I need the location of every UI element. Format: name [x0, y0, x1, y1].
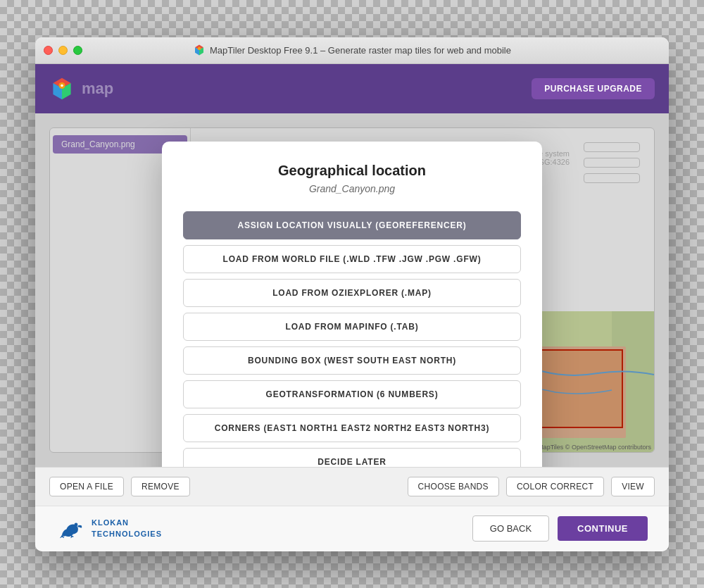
main-area: Grand_Canyon.png Coordinate system EPSG:…	[35, 113, 669, 467]
klokan-icon	[56, 518, 84, 539]
choose-bands-button[interactable]: CHOOSE BANDS	[408, 477, 499, 496]
klokan-logo: KLOKAN TECHNOLOGIES	[56, 518, 162, 539]
title-bar-text: MapTiler Desktop Free 9.1 – Generate ras…	[193, 44, 511, 56]
modal-title: Geographical location	[183, 163, 521, 179]
logo-text: map	[82, 80, 113, 98]
option-decide-later[interactable]: DECIDE LATER	[183, 448, 521, 467]
option-geotransformation[interactable]: GEOTRANSFORMATION (6 NUMBERS)	[183, 380, 521, 408]
minimize-button[interactable]	[58, 46, 68, 55]
klokan-line2: TECHNOLOGIES	[92, 529, 162, 539]
svg-point-1	[198, 47, 201, 51]
modal-overlay: Geographical location Grand_Canyon.png A…	[35, 113, 669, 467]
continue-button[interactable]: CONTINUE	[558, 516, 648, 541]
klokan-text-block: KLOKAN TECHNOLOGIES	[92, 518, 162, 539]
svg-point-4	[61, 84, 63, 87]
option-georeferencer[interactable]: ASSIGN LOCATION VISUALLY (GEOREFERENCER)	[183, 211, 521, 239]
title-text: MapTiler Desktop Free 9.1 – Generate ras…	[210, 45, 511, 56]
modal-options-list: ASSIGN LOCATION VISUALLY (GEOREFERENCER)…	[183, 211, 521, 467]
option-boundingbox[interactable]: BOUNDING BOX (WEST SOUTH EAST NORTH)	[183, 346, 521, 375]
purchase-upgrade-button[interactable]: PURCHASE UPGRADE	[532, 78, 655, 99]
go-back-button[interactable]: GO BACK	[472, 515, 549, 542]
traffic-lights	[44, 46, 82, 55]
color-correct-button[interactable]: COLOR CORRECT	[506, 477, 604, 496]
svg-point-9	[75, 523, 78, 526]
title-bar: MapTiler Desktop Free 9.1 – Generate ras…	[35, 37, 669, 64]
modal-subtitle: Grand_Canyon.png	[183, 183, 521, 194]
option-mapinfo[interactable]: LOAD FROM MAPINFO (.TAB)	[183, 313, 521, 341]
option-corners[interactable]: CORNERS (EAST1 NORTH1 EAST2 NORTH2 EAST3…	[183, 414, 521, 442]
view-button[interactable]: VIEW	[611, 477, 655, 496]
app-window: MapTiler Desktop Free 9.1 – Generate ras…	[35, 37, 669, 551]
logo-icon	[49, 76, 75, 101]
app-logo: map	[49, 76, 113, 101]
klokan-line1: KLOKAN	[92, 518, 162, 528]
option-worldfile[interactable]: LOAD FROM WORLD FILE (.WLD .TFW .JGW .PG…	[183, 245, 521, 273]
open-file-button[interactable]: OPEN A FILE	[49, 477, 124, 496]
bottom-toolbar: OPEN A FILE REMOVE CHOOSE BANDS COLOR CO…	[35, 467, 669, 506]
option-oziexplorer[interactable]: LOAD FROM OZIEXPLORER (.MAP)	[183, 279, 521, 307]
close-button[interactable]	[44, 46, 53, 55]
nav-buttons: GO BACK CONTINUE	[472, 515, 648, 542]
geographical-location-modal: Geographical location Grand_Canyon.png A…	[162, 142, 542, 467]
maximize-button[interactable]	[73, 46, 82, 55]
app-header: map PURCHASE UPGRADE	[35, 64, 669, 113]
nav-footer: KLOKAN TECHNOLOGIES GO BACK CONTINUE	[35, 506, 669, 551]
remove-button[interactable]: REMOVE	[131, 477, 190, 496]
app-content: map PURCHASE UPGRADE Grand_Canyon.png Co…	[35, 64, 669, 551]
maptiler-title-icon	[193, 44, 206, 56]
